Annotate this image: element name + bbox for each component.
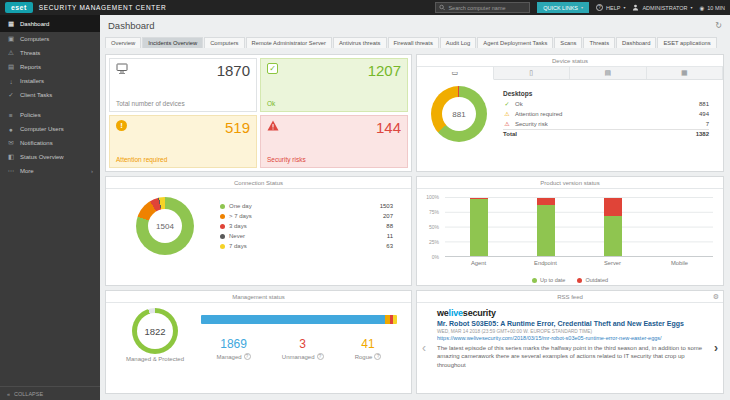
user-menu[interactable]: ADMINISTRATOR ▾ <box>632 4 692 11</box>
tab-incidents-overview[interactable]: Incidents Overview <box>142 37 203 48</box>
help-circle-icon[interactable]: ? <box>317 353 324 360</box>
stat-label: Rogue <box>355 354 373 360</box>
legend-dot <box>220 214 225 219</box>
session-timeout[interactable]: ◉ 10 MIN <box>699 5 725 11</box>
donut-center-value: 1504 <box>136 197 194 255</box>
management-gauge-block: 1822 Managed & Protected <box>116 308 194 364</box>
stat-managed[interactable]: 1869 Managed ? <box>217 337 251 360</box>
rss-article-body: The latest episode of this series marks … <box>437 344 703 370</box>
stat-unmanaged[interactable]: 3 Unmanaged ? <box>282 337 324 360</box>
rss-next-button[interactable]: › <box>714 341 718 355</box>
eset-logo[interactable]: eset <box>5 2 33 13</box>
rss-article-url[interactable]: https://www.welivesecurity.com/2018/03/1… <box>437 335 703 341</box>
legend-label: Security risk <box>515 121 548 127</box>
device-tab-others[interactable]: ▦ <box>647 67 724 79</box>
topbar: eset SECURITY MANAGEMENT CENTER QUICK LI… <box>0 0 730 15</box>
management-gauge[interactable]: 1822 <box>132 308 178 354</box>
sidebar-item-reports[interactable]: ▤ Reports <box>0 60 100 74</box>
rss-article-title[interactable]: Mr. Robot S03E05: A Runtime Error, Crede… <box>437 320 703 327</box>
tab-audit-log[interactable]: Audit Log <box>440 37 477 48</box>
management-status-panel: Management status 1822 Managed & Protect… <box>105 290 412 394</box>
sidebar-item-dashboard[interactable]: ▦ Dashboard <box>0 15 100 32</box>
attention-icon: ! <box>116 120 127 131</box>
dashboard-tabs: Overview Incidents Overview Computers Re… <box>100 33 730 48</box>
notifications-icon: ✉ <box>7 139 15 147</box>
sidebar-item-notifications[interactable]: ✉ Notifications <box>0 136 100 150</box>
legend-row-ok[interactable]: ✓ Ok 881 <box>503 99 709 109</box>
sidebar-item-computer-users[interactable]: ● Computer Users <box>0 122 100 136</box>
policies-icon: ≡ <box>7 112 15 119</box>
legend-label: 3 days <box>229 223 247 229</box>
tab-threats[interactable]: Threats <box>583 37 615 48</box>
device-tab-mobiles[interactable]: ▯ <box>494 67 571 79</box>
device-type-tabs: ▭ ▯ ▤ ▦ <box>417 67 723 80</box>
computer-search[interactable] <box>435 2 530 13</box>
tile-security-risks[interactable]: 144 Security risks <box>260 115 408 169</box>
legend-row-3-days[interactable]: 3 days 88 <box>220 221 393 231</box>
panel-title: RSS feed ⚙ <box>417 291 723 303</box>
attention-value: 519 <box>225 120 250 136</box>
risk-triangle-icon <box>267 120 279 131</box>
product-version-plot[interactable] <box>445 197 713 257</box>
sidebar-item-more[interactable]: ⋯ More › <box>0 164 100 178</box>
sidebar-item-label: Installers <box>20 78 44 84</box>
ok-value: 1207 <box>368 63 401 79</box>
sidebar-item-policies[interactable]: ≡ Policies <box>0 108 100 122</box>
legend-value: 494 <box>699 111 709 117</box>
gear-icon[interactable]: ⚙ <box>713 293 719 301</box>
sidebar-item-status-overview[interactable]: ◧ Status Overview <box>0 150 100 164</box>
search-input[interactable] <box>448 5 526 11</box>
legend-row-attention[interactable]: ⚠ Attention required 494 <box>503 109 709 119</box>
sidebar-item-threats[interactable]: ⚠ Threats <box>0 46 100 60</box>
tab-overview[interactable]: Overview <box>105 37 141 48</box>
help-icon: ? <box>596 4 603 11</box>
device-status-donut[interactable]: 881 <box>431 86 487 142</box>
connection-status-donut[interactable]: 1504 <box>136 197 194 255</box>
management-bar[interactable] <box>201 315 397 324</box>
tab-dashboard[interactable]: Dashboard <box>616 37 656 48</box>
collapse-icon: « <box>7 391 10 397</box>
total-devices-value: 1870 <box>217 63 250 79</box>
sidebar-item-label: Computer Users <box>20 126 64 132</box>
help-circle-icon[interactable]: ? <box>244 353 251 360</box>
mobile-icon: ▯ <box>529 69 533 77</box>
collapse-button[interactable]: « COLLAPSE <box>0 386 100 400</box>
tab-scans[interactable]: Scans <box>554 37 582 48</box>
server-icon: ▤ <box>604 69 611 77</box>
help-menu[interactable]: ? HELP ▾ <box>596 4 625 11</box>
tab-remote-administrator-server[interactable]: Remote Administrator Server <box>246 37 332 48</box>
tab-agent-deployment-tasks[interactable]: Agent Deployment Tasks <box>477 37 553 48</box>
refresh-icon[interactable]: ↻ <box>715 21 722 30</box>
legend-row-over-7-days[interactable]: > 7 days 207 <box>220 211 393 221</box>
legend-outdated: Outdated <box>577 277 608 283</box>
tab-computers[interactable]: Computers <box>204 37 244 48</box>
legend-row-one-day[interactable]: One day 1503 <box>220 201 393 211</box>
attention-label: Attention required <box>116 156 250 163</box>
device-status-legend: Desktops ✓ Ok 881 ⚠ Attention required 4… <box>503 90 713 139</box>
device-tab-desktops[interactable]: ▭ <box>417 67 494 80</box>
legend-row-never[interactable]: Never 11 <box>220 231 393 241</box>
quick-links-button[interactable]: QUICK LINKS ▾ <box>537 2 589 13</box>
device-summary-panel: 1870 Total number of devices ✓ 1207 Ok !… <box>105 54 412 172</box>
tile-attention-required[interactable]: ! 519 Attention required <box>109 115 257 169</box>
device-tab-servers[interactable]: ▤ <box>570 67 647 79</box>
tab-antivirus-threats[interactable]: Antivirus threats <box>333 37 387 48</box>
legend-label: > 7 days <box>229 213 252 219</box>
legend-row-security-risk[interactable]: ⚠ Security risk 7 <box>503 119 709 129</box>
product-version-panel: Product version status 100%75%50%25%0% A… <box>416 176 724 286</box>
legend-row-total: Total 1382 <box>503 129 709 139</box>
tab-eset-applications[interactable]: ESET applications <box>657 37 716 48</box>
sidebar-item-computers[interactable]: ▣ Computers <box>0 32 100 46</box>
help-circle-icon[interactable]: ? <box>374 353 381 360</box>
sidebar-item-label: Notifications <box>20 140 53 146</box>
warning-icon: ⚠ <box>503 110 511 117</box>
ok-label: Ok <box>267 100 401 107</box>
sidebar-item-installers[interactable]: ↓ Installers <box>0 74 100 88</box>
rss-prev-button[interactable]: ‹ <box>422 341 426 355</box>
tile-ok[interactable]: ✓ 1207 Ok <box>260 58 408 112</box>
sidebar-item-client-tasks[interactable]: ✓ Client Tasks <box>0 88 100 102</box>
tab-firewall-threats[interactable]: Firewall threats <box>388 37 439 48</box>
stat-rogue[interactable]: 41 Rogue ? <box>355 337 382 360</box>
tile-total-devices[interactable]: 1870 Total number of devices <box>109 58 257 112</box>
legend-row-7-days[interactable]: 7 days 63 <box>220 241 393 251</box>
